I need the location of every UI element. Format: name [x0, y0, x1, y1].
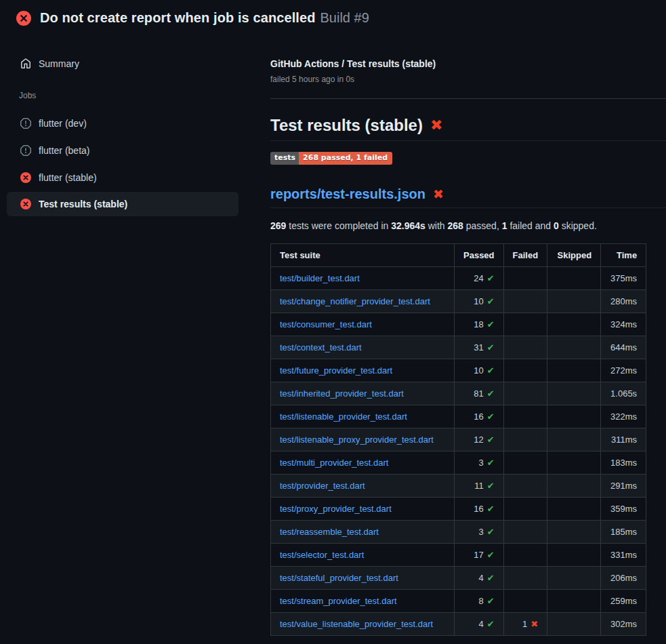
time-cell: 302ms [601, 613, 646, 636]
column-time: Time [601, 244, 646, 267]
results-table: Test suite Passed Failed Skipped Time te… [270, 243, 646, 636]
job-label: Test results (stable) [39, 199, 127, 209]
check-icon: ✔ [487, 273, 495, 283]
test-suite-cell: test/value_listenable_provider_test.dart [271, 613, 455, 636]
test-suite-link[interactable]: test/stateful_provider_test.dart [280, 573, 398, 583]
passed-count: 18 [474, 319, 483, 329]
test-suite-link[interactable]: test/inherited_provider_test.dart [280, 388, 404, 399]
test-suite-link[interactable]: test/builder_test.dart [280, 273, 360, 283]
passed-count: 17 [474, 550, 483, 560]
tests-status-badge: tests 268 passed, 1 failed [270, 152, 392, 165]
check-icon: ✔ [487, 388, 495, 399]
sidebar-item-job-flutter-dev[interactable]: flutter (dev) [0, 114, 245, 133]
test-suite-link[interactable]: test/value_listenable_provider_test.dart [280, 619, 433, 629]
check-icon: ✔ [487, 435, 495, 445]
test-suite-link[interactable]: test/change_notifier_provider_test.dart [280, 296, 430, 306]
table-row: test/context_test.dart31✔644ms [271, 336, 646, 359]
table-header-row: Test suite Passed Failed Skipped Time [271, 244, 646, 267]
test-suite-cell: test/selector_test.dart [271, 544, 455, 567]
passed-count: 3 [478, 458, 483, 468]
test-suite-link[interactable]: test/proxy_provider_test.dart [280, 504, 392, 514]
passed-count: 12 [474, 435, 483, 445]
test-suite-link[interactable]: test/reassemble_test.dart [280, 527, 379, 537]
jobs-section-heading: Jobs [19, 91, 36, 100]
summary-failed: 1 [502, 220, 507, 231]
summary-text: passed, [463, 220, 502, 231]
test-suite-cell: test/future_provider_test.dart [271, 359, 455, 382]
failed-cell [503, 521, 547, 544]
summary-text: with [425, 220, 448, 231]
time-cell: 324ms [601, 313, 646, 336]
check-icon: ✔ [487, 365, 495, 376]
test-suite-link[interactable]: test/future_provider_test.dart [280, 365, 392, 376]
report-file-link[interactable]: reports/test-results.json [270, 186, 425, 203]
check-icon: ✔ [487, 596, 495, 606]
failed-cell [503, 590, 547, 613]
failed-cell [503, 290, 547, 313]
passed-count: 4 [478, 573, 483, 583]
passed-count: 4 [478, 619, 483, 629]
test-suite-cell: test/multi_provider_test.dart [271, 451, 455, 475]
skipped-cell [547, 290, 601, 313]
skipped-cell [547, 451, 601, 475]
failed-cross-icon: ✖ [430, 118, 442, 133]
time-cell: 1.065s [601, 382, 646, 405]
passed-cell: 24✔ [455, 267, 504, 290]
check-icon: ✔ [487, 296, 495, 306]
test-suite-cell: test/stateful_provider_test.dart [271, 567, 455, 590]
skipped-cell [547, 359, 601, 382]
sidebar: Summary Jobs flutter (dev) flutter (beta… [0, 0, 254, 644]
check-icon: ✔ [487, 550, 495, 560]
time-cell: 185ms [601, 521, 646, 544]
breadcrumb: GitHub Actions / Test results (stable) [270, 58, 666, 71]
test-suite-link[interactable]: test/listenable_provider_test.dart [280, 411, 407, 422]
passed-count: 31 [474, 342, 483, 353]
header-divider [270, 98, 666, 99]
table-row: test/stateful_provider_test.dart4✔206ms [271, 567, 646, 590]
job-label: flutter (stable) [39, 172, 97, 183]
passed-cell: 10✔ [455, 359, 504, 382]
failed-cross-icon: ✖ [433, 188, 444, 201]
table-row: test/value_listenable_provider_test.dart… [271, 613, 646, 636]
passed-count: 8 [478, 596, 483, 606]
test-suite-link[interactable]: test/listenable_proxy_provider_test.dart [280, 435, 434, 445]
test-suite-link[interactable]: test/consumer_test.dart [280, 319, 372, 329]
passed-count: 11 [474, 481, 484, 491]
passed-count: 16 [474, 504, 483, 514]
section-title: Test results (stable) [270, 115, 423, 136]
sidebar-item-job-test-results-stable-selected[interactable]: Test results (stable) [7, 192, 238, 216]
failed-cell [503, 313, 547, 336]
test-suite-cell: test/reassemble_test.dart [271, 521, 455, 544]
sidebar-item-summary[interactable]: Summary [0, 54, 245, 73]
check-icon: ✔ [487, 411, 495, 422]
failed-cell [503, 498, 547, 521]
test-suite-link[interactable]: test/selector_test.dart [280, 550, 364, 560]
skipped-cell [547, 382, 601, 405]
job-label: flutter (beta) [39, 145, 89, 156]
summary-text: failed and [507, 220, 554, 231]
test-suite-link[interactable]: test/stream_provider_test.dart [280, 596, 397, 606]
failed-cell [503, 359, 547, 382]
failed-cell [503, 475, 547, 498]
passed-count: 24 [474, 273, 483, 283]
summary-passed: 268 [448, 220, 463, 231]
time-cell: 644ms [601, 336, 646, 359]
table-row: test/selector_test.dart17✔331ms [271, 544, 646, 567]
test-suite-cell: test/inherited_provider_test.dart [271, 382, 455, 405]
sidebar-item-job-flutter-beta[interactable]: flutter (beta) [0, 141, 245, 160]
passed-count: 81 [474, 388, 483, 399]
test-suite-link[interactable]: test/context_test.dart [280, 342, 362, 353]
failed-cell [503, 267, 547, 290]
test-suite-link[interactable]: test/multi_provider_test.dart [280, 458, 388, 468]
table-row: test/provider_test.dart11✔291ms [271, 475, 646, 498]
sidebar-item-job-flutter-stable[interactable]: flutter (stable) [0, 168, 245, 187]
skipped-cell [547, 498, 601, 521]
test-suite-link[interactable]: test/provider_test.dart [280, 481, 365, 491]
failed-cell [503, 451, 547, 475]
skipped-cell [547, 613, 601, 636]
skipped-cell [547, 336, 601, 359]
time-cell: 183ms [601, 451, 646, 475]
check-icon: ✔ [487, 458, 495, 468]
skipped-cell [547, 544, 601, 567]
failed-cell [503, 428, 547, 451]
